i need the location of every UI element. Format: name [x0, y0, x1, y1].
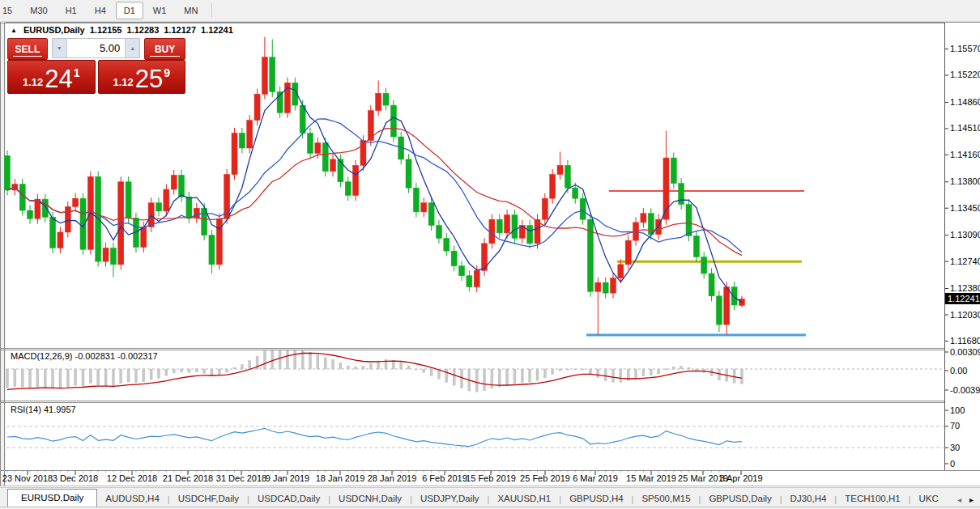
- rsi-tick-label: 70: [950, 421, 960, 431]
- chart-tab-tech100-h1[interactable]: TECH100,H1: [837, 490, 908, 507]
- tab-scroll-right-icon[interactable]: ▸: [969, 495, 974, 504]
- buy-price-pips: 25: [135, 67, 163, 91]
- chart-tab-usdcnh-daily[interactable]: USDCNH,Daily: [330, 490, 410, 507]
- price-tick-label: 1.15220: [950, 70, 980, 79]
- date-tick-label: 21 Dec 2018: [163, 473, 213, 483]
- sell-price-pips: 24: [45, 67, 72, 91]
- date-tick-label: 6 Mar 2019: [573, 473, 618, 483]
- rsi-indicator-label: RSI(14) 41.9957: [11, 405, 76, 414]
- chart-tab-gbpusd-daily[interactable]: GBPUSD,Daily: [701, 490, 779, 507]
- chart-tab-usdcad-daily[interactable]: USDCAD,Daily: [249, 490, 328, 507]
- price-tick-label: 1.13450: [950, 203, 980, 213]
- volume-increase-button[interactable]: ▲: [126, 39, 139, 57]
- chart-tab-gbpusd-h4[interactable]: GBPUSD,H4: [561, 490, 631, 507]
- price-tick-label: 1.12030: [950, 310, 980, 320]
- volume-decrease-button[interactable]: ▼: [53, 39, 66, 57]
- date-tick-label: 3 Dec 2018: [53, 473, 98, 483]
- chart-tab-usdjpy-daily[interactable]: USDJPY,Daily: [412, 490, 488, 507]
- chart-close-value: 1.12241: [201, 25, 233, 35]
- rsi-tick-label: 0: [950, 459, 955, 469]
- price-tick-label: 1.13090: [950, 230, 980, 240]
- macd-tick-label: -0.003947: [950, 385, 980, 395]
- price-tick-label: 1.11680: [950, 336, 980, 346]
- sell-price-pipette: 1: [74, 66, 80, 79]
- macd-tick-label: 0.00: [950, 366, 967, 375]
- volume-spinner: ▼ 5.00 ▲: [52, 38, 140, 58]
- date-tick-label: 28 Jan 2019: [368, 473, 417, 483]
- chart-symbol-label: EURUSD,Daily: [23, 25, 85, 35]
- buy-price-prefix: 1.12: [113, 76, 133, 88]
- date-tick-label: 25 Feb 2019: [520, 473, 570, 483]
- price-tick-label: 1.13800: [950, 176, 980, 186]
- rsi-tick-label: 100: [950, 405, 965, 415]
- rsi-tick-label: 30: [950, 443, 960, 452]
- date-tick-label: 6 Feb 2019: [422, 473, 467, 483]
- date-tick-label: 15 Mar 2019: [626, 473, 676, 483]
- date-tick-label: 31 Dec 2018: [216, 473, 266, 483]
- chart-tab-dj30-h4[interactable]: DJ30,H4: [782, 490, 835, 507]
- buy-button-label: BUY: [155, 44, 175, 55]
- volume-input[interactable]: 5.00: [66, 39, 126, 57]
- date-tick-label: 18 Jan 2019: [316, 473, 365, 483]
- macd-tick-label: 0.003095: [950, 347, 980, 357]
- chart-tab-xauusd-h1[interactable]: XAUUSD,H1: [489, 490, 559, 507]
- sell-price-prefix: 1.12: [23, 76, 43, 88]
- buy-price-display[interactable]: 1.12 25 9: [98, 60, 186, 94]
- price-tick-label: 1.14160: [950, 150, 980, 159]
- sell-button-label: SELL: [15, 44, 40, 55]
- price-tick-label: 1.12740: [950, 257, 980, 266]
- date-tick-label: 23 Nov 2018: [2, 473, 53, 483]
- chart-tab-usdchf-daily[interactable]: USDCHF,Daily: [170, 490, 247, 507]
- macd-indicator-label: MACD(12,26,9) -0.002831 -0.002317: [11, 351, 158, 361]
- price-tick-label: 1.15570: [950, 44, 980, 53]
- chart-low-value: 1.12127: [164, 25, 196, 35]
- tab-scroll-controls: ◂▸: [957, 495, 980, 507]
- chart-ohlc-header: ▲ EURUSD,Daily 1.12155 1.12283 1.12127 1…: [11, 25, 233, 35]
- sell-price-display[interactable]: 1.12 24 1: [7, 60, 96, 94]
- price-tick-label: 1.14510: [950, 123, 980, 133]
- chart-tab-bar: EURUSD,DailyAUDUSD,H4|USDCHF,Daily|USDCA…: [0, 487, 980, 507]
- chart-tab-ukc[interactable]: UKC: [910, 490, 946, 507]
- chart-open-value: 1.12155: [90, 25, 122, 35]
- price-tick-label: 1.12380: [950, 283, 980, 293]
- current-price-label: 1.12241: [945, 293, 980, 304]
- buy-button[interactable]: BUY: [144, 38, 185, 60]
- collapse-triangle-icon[interactable]: ▲: [11, 27, 17, 34]
- date-tick-label: 3 Apr 2019: [719, 473, 762, 483]
- sell-button[interactable]: SELL: [7, 38, 48, 60]
- chart-tab-audusd-h4[interactable]: AUDUSD,H4: [97, 490, 167, 507]
- chart-high-value: 1.12283: [126, 25, 159, 35]
- chart-tab-sp500-m15[interactable]: SP500,M15: [633, 490, 698, 507]
- chart-tab-eurusd-daily[interactable]: EURUSD,Daily: [7, 489, 97, 507]
- axis-tabbar-divider: [0, 486, 980, 486]
- buy-price-pipette: 9: [164, 66, 170, 79]
- price-tick-label: 1.14860: [950, 97, 980, 107]
- tab-scroll-left-icon[interactable]: ◂: [957, 495, 961, 504]
- date-tick-label: 9 Jan 2019: [266, 473, 309, 483]
- date-tick-label: 12 Dec 2018: [107, 473, 157, 483]
- date-tick-label: 15 Feb 2019: [466, 473, 516, 483]
- one-click-trading-panel: SELL ▼ 5.00 ▲ BUY 1.12 24 1 1.12 25 9: [7, 38, 185, 94]
